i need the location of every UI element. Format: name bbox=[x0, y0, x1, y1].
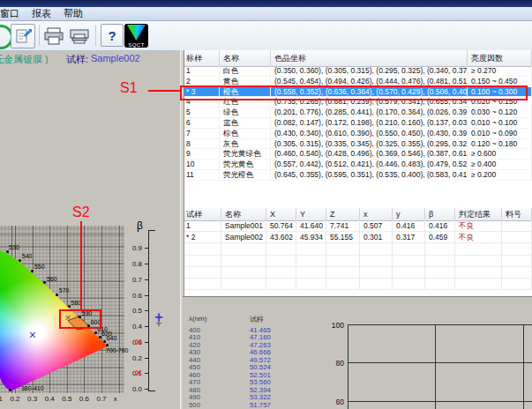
toolbar-separator bbox=[95, 25, 96, 46]
x-axis-tick-label: 0.3 bbox=[24, 395, 41, 403]
chart-gridline bbox=[348, 362, 532, 363]
sqct-rainbow-icon bbox=[127, 25, 146, 41]
chart-y-tick-label: 100 bbox=[325, 321, 344, 330]
chart-y-tick-label: 80 bbox=[325, 359, 344, 368]
column-header: β bbox=[425, 208, 455, 220]
table-row[interactable] bbox=[183, 267, 532, 279]
cell bbox=[360, 267, 393, 279]
cell: 0.459 bbox=[425, 232, 455, 243]
export-report-button[interactable] bbox=[11, 24, 35, 48]
table-row[interactable] bbox=[183, 243, 532, 255]
cell bbox=[326, 279, 360, 290]
menu-item-window[interactable]: 窗口 bbox=[0, 7, 26, 20]
table-row[interactable]: 8灰色(0.305, 0.315), (0.335, 0.345), (0.32… bbox=[183, 139, 532, 150]
cell: 0.416 bbox=[393, 220, 425, 232]
cell: (0.460, 0.540), (0.428, 0.496), (0.369, … bbox=[271, 149, 468, 160]
cell: (0.430, 0.340), (0.610, 0.390), (0.550, … bbox=[271, 129, 468, 139]
cell: ≥ 0.200 bbox=[468, 170, 532, 181]
cell: 白色 bbox=[220, 66, 271, 77]
export-report-icon bbox=[14, 27, 32, 45]
annotation-s2-label: S2 bbox=[72, 205, 90, 219]
beta-tickmark bbox=[145, 373, 149, 374]
cell bbox=[425, 256, 455, 267]
cell: 0.301 bbox=[360, 232, 393, 243]
wavelength-label: 700-780 bbox=[106, 347, 129, 353]
menu-item-help[interactable]: 帮助 bbox=[57, 7, 89, 20]
cell bbox=[502, 267, 532, 279]
cell: (0.082, 0.147), (0.172, 0.198), (0.210, … bbox=[271, 118, 468, 129]
cell: 7 bbox=[183, 129, 220, 139]
cell bbox=[455, 267, 502, 279]
sqct-app-button[interactable]: SQCT bbox=[124, 24, 148, 48]
beta-axis-top-tick bbox=[148, 230, 155, 231]
table-row[interactable]: 5绿色(0.201, 0.776), (0.285, 0.441), (0.17… bbox=[183, 108, 532, 118]
current-sample-value: Sample002 bbox=[91, 53, 140, 63]
cell bbox=[326, 267, 360, 279]
beta-axis-title: β bbox=[137, 219, 143, 232]
table-row[interactable]: 1Sample00150.76441.6407.7410.5070.4160.4… bbox=[183, 220, 532, 232]
cell bbox=[502, 256, 532, 267]
column-header: X bbox=[266, 208, 296, 220]
wavelength-label: 540 bbox=[22, 253, 33, 259]
print-preview-button[interactable] bbox=[68, 25, 91, 47]
cell: 0.317 bbox=[393, 232, 425, 243]
wavelength-label: 380-410 bbox=[21, 385, 44, 391]
cell: (0.201, 0.776), (0.285, 0.441), (0.170, … bbox=[271, 108, 468, 118]
table-row[interactable]: * 2Sample00243.60245.93455.1550.3010.317… bbox=[183, 232, 532, 243]
cell: (0.305, 0.315), (0.335, 0.345), (0.325, … bbox=[271, 139, 468, 150]
cell: ≥ 0.400 bbox=[468, 160, 532, 170]
cell: (0.557, 0.442), (0.512, 0.421), (0.446, … bbox=[271, 160, 468, 170]
menu-bar: 窗口 报表 帮助 bbox=[0, 7, 532, 21]
cell bbox=[266, 267, 296, 279]
beta-fail-mark: ✕ bbox=[134, 368, 142, 378]
beta-tick-label: 0.7 bbox=[124, 275, 142, 283]
beta-tickmark bbox=[145, 389, 149, 390]
window-titlebar bbox=[0, 0, 532, 7]
x-axis-tick-label: 0.2 bbox=[6, 395, 24, 403]
menu-item-report[interactable]: 报表 bbox=[26, 7, 57, 20]
table-row[interactable]: 10荧光黄色(0.557, 0.442), (0.512, 0.421), (0… bbox=[183, 160, 532, 170]
cell bbox=[266, 256, 296, 267]
help-button[interactable]: ? bbox=[101, 24, 124, 47]
table-row[interactable] bbox=[183, 256, 532, 267]
cell: ≥ 0.600 bbox=[468, 149, 532, 160]
table-row[interactable]: 7棕色(0.430, 0.340), (0.610, 0.390), (0.55… bbox=[183, 129, 532, 139]
cell: 0.120 ~ 0.180 bbox=[468, 139, 532, 150]
print-icon bbox=[44, 27, 64, 45]
cell bbox=[393, 256, 425, 267]
column-header: Y bbox=[296, 208, 326, 220]
cell: 0.507 bbox=[360, 220, 393, 232]
wavelength-label: 640 bbox=[107, 335, 117, 341]
cell: 0.030 ~ 0.120 bbox=[468, 108, 532, 118]
table-row[interactable]: 6蓝色(0.082, 0.147), (0.172, 0.198), (0.21… bbox=[183, 118, 532, 129]
annotation-s1-line bbox=[148, 90, 181, 92]
beta-fail-mark: ✕ bbox=[134, 337, 142, 346]
print-button[interactable] bbox=[42, 25, 65, 47]
cell bbox=[221, 267, 266, 279]
chart-gridline bbox=[435, 324, 436, 409]
cell: 蓝色 bbox=[220, 118, 271, 129]
chart-gridline bbox=[348, 401, 532, 402]
column-header: y bbox=[393, 208, 425, 220]
cell: 棕色 bbox=[220, 129, 271, 139]
cell bbox=[502, 243, 532, 255]
help-icon: ? bbox=[108, 29, 116, 42]
table-row[interactable]: 1白色(0.350, 0.360), (0.305, 0.315), (0.29… bbox=[183, 66, 532, 77]
table-row[interactable]: 9荧光黄绿色(0.460, 0.540), (0.428, 0.496), (0… bbox=[183, 149, 532, 160]
cell: ≥ 0.270 bbox=[468, 66, 532, 77]
column-header: 料号 bbox=[502, 208, 532, 220]
table-row[interactable]: 11荧光橙色(0.645, 0.355), (0.595, 0.351), (0… bbox=[183, 170, 532, 181]
x-axis-title: x bbox=[107, 395, 124, 403]
sample-column-header: 试样 bbox=[250, 315, 264, 324]
cell bbox=[502, 220, 532, 232]
cell bbox=[183, 243, 221, 255]
annotation-s2-box bbox=[59, 309, 101, 329]
current-sample-label: 试样: bbox=[66, 53, 88, 66]
table-row[interactable] bbox=[183, 279, 532, 290]
cell bbox=[455, 243, 502, 255]
beta-tickmark bbox=[145, 358, 149, 359]
cell bbox=[393, 267, 425, 279]
cell bbox=[221, 243, 266, 255]
cell: 1 bbox=[183, 220, 221, 232]
x-axis-tick-label: 0.4 bbox=[41, 395, 58, 403]
